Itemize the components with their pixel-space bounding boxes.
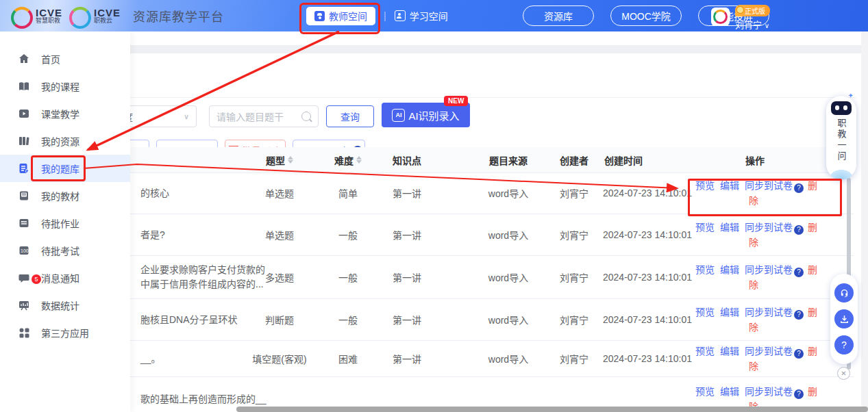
sidebar-item-homework-to-grade[interactable]: 待批作业 — [0, 209, 130, 237]
question-difficulty: 一般 — [314, 214, 382, 255]
edit-link[interactable]: 编辑 — [720, 386, 739, 397]
sync-to-paper-link[interactable]: 同步到试卷 — [745, 346, 793, 357]
sync-to-paper-link[interactable]: 同步到试卷 — [745, 307, 793, 318]
user-menu[interactable]: 正式版 刘宵宁 ∨ — [711, 5, 770, 31]
sidebar-item-notifications[interactable]: 5 消息通知 — [0, 264, 130, 292]
sidebar-item-classroom-teaching[interactable]: 课堂教学 — [0, 100, 130, 127]
sidebar-item-data-statistics[interactable]: 数据统计 — [0, 292, 130, 319]
preview-link[interactable]: 预览 — [695, 222, 715, 233]
creator: 刘宵宁 — [540, 172, 608, 214]
edit-link[interactable]: 编辑 — [720, 346, 739, 357]
textbook-icon — [18, 190, 30, 202]
main-area: 难度 ∨ 请输入题目题干 查询 AI AI识别录入 NEW Word导入 — [0, 31, 868, 412]
sidebar-nav: 首页 我的课程 课堂教学 我的资源 我的题库 我的教材 — [0, 31, 130, 412]
table-row[interactable]: 胞核且DNA分子呈环状 判断题 一般 第一讲 word导入 刘宵宁 2024-0… — [103, 299, 854, 341]
column-source: 题目来源 — [474, 147, 543, 172]
table-header: 题型 难度 知识点 题目来源 创建者 创建时间 操作 — [103, 147, 854, 173]
sort-icon[interactable] — [356, 156, 362, 164]
student-space-icon — [395, 10, 406, 21]
preview-link[interactable]: 预览 — [695, 307, 715, 318]
help-icon[interactable]: ? — [794, 389, 804, 399]
preview-link[interactable]: 预览 — [695, 264, 715, 275]
resource-library-link[interactable]: 资源库 — [523, 5, 594, 26]
sidebar-item-third-party-apps[interactable]: 第三方应用 — [0, 319, 130, 346]
sidebar-item-my-question-bank[interactable]: 我的题库 — [0, 155, 130, 182]
table-row[interactable]: __。 填空题(客观) 困难 第一讲 word导入 刘宵宁 2024-07-23… — [103, 341, 854, 377]
apps-grid-icon — [18, 326, 30, 339]
knowledge-point: 第一讲 — [373, 299, 441, 340]
logo1-sub: 智慧职教 — [36, 18, 62, 24]
creator: 刘宵宁 — [540, 299, 608, 340]
logo2-sub: 职教云 — [94, 18, 121, 24]
row-actions: 预览编辑同步到试卷?删除 — [691, 256, 819, 298]
question-difficulty: 一般 — [314, 299, 382, 340]
column-creator: 创建者 — [540, 147, 608, 172]
edit-link[interactable]: 编辑 — [720, 222, 739, 233]
mooc-academy-link[interactable]: MOOC学院 — [610, 5, 682, 26]
customer-service-icon[interactable] — [834, 283, 854, 302]
table-body: 的核心 单选题 简单 第一讲 word导入 刘宵宁 2024-07-23 14:… — [103, 172, 854, 412]
question-bank-card: 难度 ∨ 请输入题目题干 查询 AI AI识别录入 NEW Word导入 — [103, 53, 858, 412]
app-window: ICVE 智慧职教 ICVE 职教云 资源库教学平台 教师空间 | 学习空间 资… — [0, 0, 868, 412]
question-type: 判断题 — [245, 299, 314, 340]
help-icon[interactable]: ? — [794, 349, 804, 359]
creator: 刘宵宁 — [540, 256, 608, 298]
knowledge-point: 第一讲 — [373, 214, 441, 255]
sidebar-item-my-resources[interactable]: 我的资源 — [0, 127, 130, 155]
teacher-space-button[interactable]: 教师空间 — [306, 7, 375, 25]
icve-zhijiaoyun-logo-icon — [68, 5, 88, 26]
user-name: 刘宵宁 — [735, 20, 762, 30]
close-icon[interactable]: ✕ — [837, 367, 850, 380]
floating-toolbar: ? — [830, 274, 858, 364]
preview-link[interactable]: 预览 — [695, 346, 715, 357]
sync-to-paper-link[interactable]: 同步到试卷 — [745, 386, 793, 397]
play-video-icon — [18, 107, 30, 120]
sidebar-item-my-textbooks[interactable]: 我的教材 — [0, 182, 130, 209]
assistant-widget[interactable]: ✦ 职教一问 — [826, 96, 856, 179]
column-knowledge: 知识点 — [373, 147, 441, 172]
message-icon: 5 — [18, 272, 30, 284]
new-badge: NEW — [444, 96, 468, 106]
version-badge: 正式版 — [735, 5, 770, 16]
question-type: 单选题 — [245, 172, 314, 214]
ai-recognition-button[interactable]: AI AI识别录入 — [382, 103, 470, 127]
table-row[interactable]: 企业要求赊购客户支付货款的中属于信用条件组成内容的... 多选题 一般 第一讲 … — [103, 256, 854, 299]
question-type: 填空题(客观) — [245, 341, 314, 376]
column-type[interactable]: 题型 — [245, 147, 314, 172]
knowledge-point: 第一讲 — [373, 172, 441, 214]
sidebar-item-my-courses[interactable]: 我的课程 — [0, 73, 130, 100]
preview-link[interactable]: 预览 — [695, 386, 715, 397]
edit-link[interactable]: 编辑 — [720, 264, 739, 275]
table-row[interactable]: 的核心 单选题 简单 第一讲 word导入 刘宵宁 2024-07-23 14:… — [103, 172, 854, 214]
horizontal-scrollbar-thumb[interactable] — [236, 407, 868, 412]
sidebar-item-home[interactable]: 首页 — [0, 45, 130, 73]
query-button[interactable]: 查询 — [326, 105, 374, 127]
help-icon[interactable]: ? — [794, 225, 804, 235]
statistics-icon — [18, 299, 30, 311]
help-icon[interactable]: ? — [794, 183, 804, 193]
sync-to-paper-link[interactable]: 同步到试卷 — [745, 222, 793, 233]
sort-icon[interactable] — [288, 156, 293, 164]
edit-link[interactable]: 编辑 — [720, 180, 739, 191]
nav-separator: | — [384, 10, 386, 21]
help-icon[interactable]: ? — [794, 268, 804, 277]
knowledge-point: 第一讲 — [373, 341, 441, 376]
student-space-button[interactable]: 学习空间 — [395, 9, 448, 23]
help-icon[interactable]: ? — [834, 335, 854, 355]
question-search-input[interactable]: 请输入题目题干 — [209, 105, 319, 127]
download-icon[interactable] — [834, 309, 854, 329]
brand-logos: ICVE 智慧职教 ICVE 职教云 资源库教学平台 — [0, 5, 224, 26]
question-source: word导入 — [474, 214, 543, 255]
question-difficulty: 一般 — [314, 256, 382, 298]
column-difficulty[interactable]: 难度 — [314, 147, 382, 172]
question-source: word导入 — [474, 256, 543, 298]
help-icon[interactable]: ? — [794, 310, 804, 320]
sparkle-icon: ✦ — [848, 92, 854, 99]
edit-link[interactable]: 编辑 — [720, 307, 739, 318]
preview-link[interactable]: 预览 — [695, 180, 715, 191]
sync-to-paper-link[interactable]: 同步到试卷 — [745, 264, 793, 275]
sync-to-paper-link[interactable]: 同步到试卷 — [745, 180, 793, 191]
sidebar-item-exams-to-grade[interactable]: 100 待批考试 — [0, 237, 130, 264]
background-strip — [0, 45, 868, 53]
table-row[interactable]: 者是? 单选题 一般 第一讲 word导入 刘宵宁 2024-07-23 14:… — [103, 214, 854, 256]
